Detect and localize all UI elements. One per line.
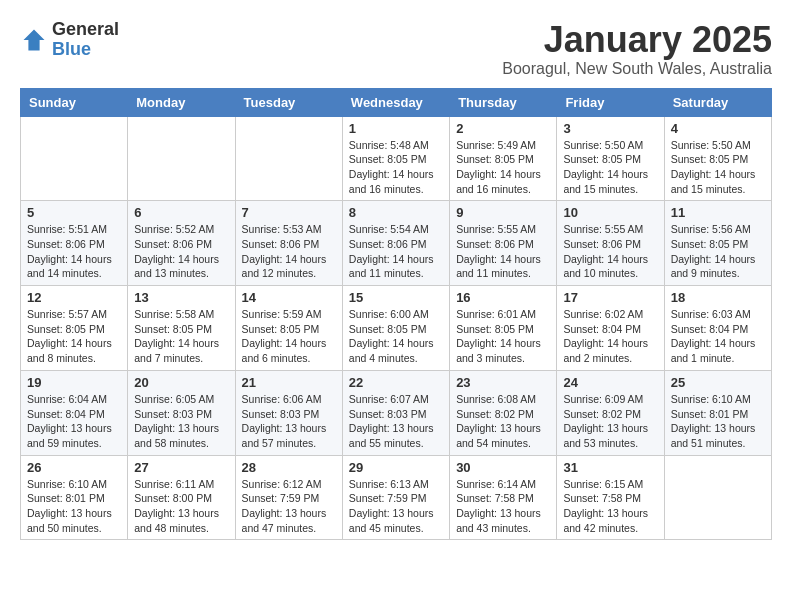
- calendar-cell: 24Sunrise: 6:09 AM Sunset: 8:02 PM Dayli…: [557, 370, 664, 455]
- calendar-cell: [664, 455, 771, 540]
- calendar-cell: 30Sunrise: 6:14 AM Sunset: 7:58 PM Dayli…: [450, 455, 557, 540]
- column-header-sunday: Sunday: [21, 88, 128, 116]
- calendar-week-row: 1Sunrise: 5:48 AM Sunset: 8:05 PM Daylig…: [21, 116, 772, 201]
- day-number: 8: [349, 205, 443, 220]
- calendar-cell: 4Sunrise: 5:50 AM Sunset: 8:05 PM Daylig…: [664, 116, 771, 201]
- calendar-cell: 20Sunrise: 6:05 AM Sunset: 8:03 PM Dayli…: [128, 370, 235, 455]
- day-info: Sunrise: 6:10 AM Sunset: 8:01 PM Dayligh…: [671, 392, 765, 451]
- logo: General Blue: [20, 20, 119, 60]
- day-number: 19: [27, 375, 121, 390]
- day-number: 30: [456, 460, 550, 475]
- calendar-cell: 15Sunrise: 6:00 AM Sunset: 8:05 PM Dayli…: [342, 286, 449, 371]
- day-number: 5: [27, 205, 121, 220]
- calendar-cell: 29Sunrise: 6:13 AM Sunset: 7:59 PM Dayli…: [342, 455, 449, 540]
- day-info: Sunrise: 5:48 AM Sunset: 8:05 PM Dayligh…: [349, 138, 443, 197]
- day-number: 6: [134, 205, 228, 220]
- calendar-cell: 21Sunrise: 6:06 AM Sunset: 8:03 PM Dayli…: [235, 370, 342, 455]
- day-number: 16: [456, 290, 550, 305]
- day-number: 21: [242, 375, 336, 390]
- page-header: General Blue January 2025 Booragul, New …: [20, 20, 772, 78]
- calendar-cell: [21, 116, 128, 201]
- day-info: Sunrise: 5:55 AM Sunset: 8:06 PM Dayligh…: [563, 222, 657, 281]
- day-info: Sunrise: 5:56 AM Sunset: 8:05 PM Dayligh…: [671, 222, 765, 281]
- day-number: 17: [563, 290, 657, 305]
- day-info: Sunrise: 5:51 AM Sunset: 8:06 PM Dayligh…: [27, 222, 121, 281]
- calendar-cell: 8Sunrise: 5:54 AM Sunset: 8:06 PM Daylig…: [342, 201, 449, 286]
- column-header-monday: Monday: [128, 88, 235, 116]
- calendar-cell: [128, 116, 235, 201]
- day-info: Sunrise: 6:03 AM Sunset: 8:04 PM Dayligh…: [671, 307, 765, 366]
- day-number: 1: [349, 121, 443, 136]
- calendar-header-row: SundayMondayTuesdayWednesdayThursdayFrid…: [21, 88, 772, 116]
- day-info: Sunrise: 6:04 AM Sunset: 8:04 PM Dayligh…: [27, 392, 121, 451]
- day-number: 18: [671, 290, 765, 305]
- column-header-friday: Friday: [557, 88, 664, 116]
- calendar-cell: 22Sunrise: 6:07 AM Sunset: 8:03 PM Dayli…: [342, 370, 449, 455]
- day-number: 26: [27, 460, 121, 475]
- day-number: 29: [349, 460, 443, 475]
- calendar-table: SundayMondayTuesdayWednesdayThursdayFrid…: [20, 88, 772, 541]
- calendar-cell: 12Sunrise: 5:57 AM Sunset: 8:05 PM Dayli…: [21, 286, 128, 371]
- day-number: 20: [134, 375, 228, 390]
- day-info: Sunrise: 6:12 AM Sunset: 7:59 PM Dayligh…: [242, 477, 336, 536]
- calendar-cell: 11Sunrise: 5:56 AM Sunset: 8:05 PM Dayli…: [664, 201, 771, 286]
- day-info: Sunrise: 5:54 AM Sunset: 8:06 PM Dayligh…: [349, 222, 443, 281]
- location: Booragul, New South Wales, Australia: [502, 60, 772, 78]
- calendar-cell: 19Sunrise: 6:04 AM Sunset: 8:04 PM Dayli…: [21, 370, 128, 455]
- calendar-cell: 17Sunrise: 6:02 AM Sunset: 8:04 PM Dayli…: [557, 286, 664, 371]
- day-info: Sunrise: 6:01 AM Sunset: 8:05 PM Dayligh…: [456, 307, 550, 366]
- calendar-cell: 5Sunrise: 5:51 AM Sunset: 8:06 PM Daylig…: [21, 201, 128, 286]
- day-number: 24: [563, 375, 657, 390]
- svg-marker-0: [24, 29, 45, 50]
- day-info: Sunrise: 5:59 AM Sunset: 8:05 PM Dayligh…: [242, 307, 336, 366]
- day-info: Sunrise: 5:52 AM Sunset: 8:06 PM Dayligh…: [134, 222, 228, 281]
- calendar-cell: 18Sunrise: 6:03 AM Sunset: 8:04 PM Dayli…: [664, 286, 771, 371]
- calendar-cell: 2Sunrise: 5:49 AM Sunset: 8:05 PM Daylig…: [450, 116, 557, 201]
- day-number: 12: [27, 290, 121, 305]
- day-info: Sunrise: 6:08 AM Sunset: 8:02 PM Dayligh…: [456, 392, 550, 451]
- day-number: 11: [671, 205, 765, 220]
- day-info: Sunrise: 6:13 AM Sunset: 7:59 PM Dayligh…: [349, 477, 443, 536]
- day-number: 7: [242, 205, 336, 220]
- day-info: Sunrise: 6:05 AM Sunset: 8:03 PM Dayligh…: [134, 392, 228, 451]
- day-number: 31: [563, 460, 657, 475]
- calendar-week-row: 26Sunrise: 6:10 AM Sunset: 8:01 PM Dayli…: [21, 455, 772, 540]
- day-info: Sunrise: 6:11 AM Sunset: 8:00 PM Dayligh…: [134, 477, 228, 536]
- column-header-tuesday: Tuesday: [235, 88, 342, 116]
- column-header-thursday: Thursday: [450, 88, 557, 116]
- title-block: January 2025 Booragul, New South Wales, …: [502, 20, 772, 78]
- day-info: Sunrise: 6:07 AM Sunset: 8:03 PM Dayligh…: [349, 392, 443, 451]
- day-number: 4: [671, 121, 765, 136]
- calendar-cell: 6Sunrise: 5:52 AM Sunset: 8:06 PM Daylig…: [128, 201, 235, 286]
- day-number: 9: [456, 205, 550, 220]
- day-number: 22: [349, 375, 443, 390]
- day-info: Sunrise: 6:14 AM Sunset: 7:58 PM Dayligh…: [456, 477, 550, 536]
- calendar-week-row: 5Sunrise: 5:51 AM Sunset: 8:06 PM Daylig…: [21, 201, 772, 286]
- column-header-saturday: Saturday: [664, 88, 771, 116]
- calendar-cell: [235, 116, 342, 201]
- day-info: Sunrise: 5:49 AM Sunset: 8:05 PM Dayligh…: [456, 138, 550, 197]
- day-info: Sunrise: 6:02 AM Sunset: 8:04 PM Dayligh…: [563, 307, 657, 366]
- day-number: 2: [456, 121, 550, 136]
- day-info: Sunrise: 6:00 AM Sunset: 8:05 PM Dayligh…: [349, 307, 443, 366]
- day-number: 3: [563, 121, 657, 136]
- day-info: Sunrise: 5:50 AM Sunset: 8:05 PM Dayligh…: [671, 138, 765, 197]
- month-title: January 2025: [502, 20, 772, 60]
- day-info: Sunrise: 6:10 AM Sunset: 8:01 PM Dayligh…: [27, 477, 121, 536]
- calendar-week-row: 19Sunrise: 6:04 AM Sunset: 8:04 PM Dayli…: [21, 370, 772, 455]
- calendar-cell: 28Sunrise: 6:12 AM Sunset: 7:59 PM Dayli…: [235, 455, 342, 540]
- day-number: 10: [563, 205, 657, 220]
- logo-blue: Blue: [52, 39, 91, 59]
- calendar-cell: 26Sunrise: 6:10 AM Sunset: 8:01 PM Dayli…: [21, 455, 128, 540]
- day-info: Sunrise: 5:50 AM Sunset: 8:05 PM Dayligh…: [563, 138, 657, 197]
- calendar-cell: 14Sunrise: 5:59 AM Sunset: 8:05 PM Dayli…: [235, 286, 342, 371]
- calendar-cell: 3Sunrise: 5:50 AM Sunset: 8:05 PM Daylig…: [557, 116, 664, 201]
- calendar-week-row: 12Sunrise: 5:57 AM Sunset: 8:05 PM Dayli…: [21, 286, 772, 371]
- calendar-cell: 7Sunrise: 5:53 AM Sunset: 8:06 PM Daylig…: [235, 201, 342, 286]
- calendar-cell: 16Sunrise: 6:01 AM Sunset: 8:05 PM Dayli…: [450, 286, 557, 371]
- day-number: 13: [134, 290, 228, 305]
- calendar-cell: 27Sunrise: 6:11 AM Sunset: 8:00 PM Dayli…: [128, 455, 235, 540]
- logo-icon: [20, 26, 48, 54]
- day-info: Sunrise: 6:06 AM Sunset: 8:03 PM Dayligh…: [242, 392, 336, 451]
- day-info: Sunrise: 5:55 AM Sunset: 8:06 PM Dayligh…: [456, 222, 550, 281]
